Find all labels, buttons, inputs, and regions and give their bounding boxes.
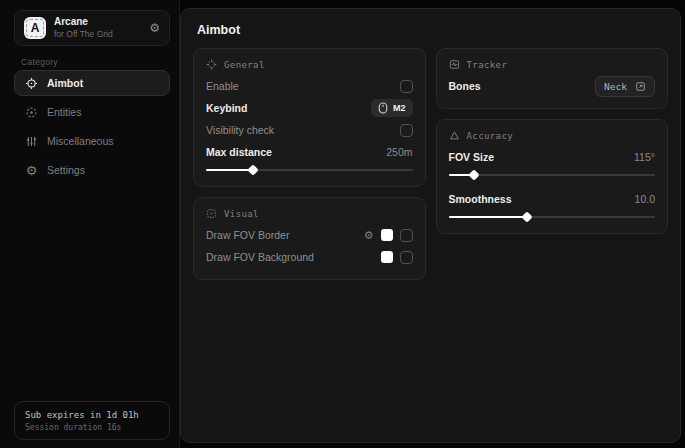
fov-background-checkbox[interactable]	[400, 251, 413, 264]
keybind-button[interactable]: M2	[371, 99, 413, 117]
fov-size-slider[interactable]	[449, 170, 656, 180]
sidebar-nav: Aimbot Entities Miscellaneous ⚙ Settings	[14, 70, 170, 183]
page-title: Aimbot	[181, 9, 680, 48]
slider-thumb[interactable]	[469, 169, 480, 180]
main-card: Aimbot General Enable Keybind	[180, 8, 681, 443]
visual-panel-header: Visual	[206, 208, 413, 219]
sidebar-item-entities[interactable]: Entities	[14, 99, 170, 125]
right-column: Tracker Bones Neck	[436, 48, 669, 280]
enable-label: Enable	[206, 80, 239, 92]
app-header-card: A Arcane for Off The Grid ⚙	[14, 10, 170, 46]
subscription-info-card: Sub expires in 1d 01h Session duration 1…	[14, 401, 170, 440]
smoothness-row: Smoothness 10.0	[449, 188, 656, 210]
slider-thumb[interactable]	[248, 164, 259, 175]
visibility-check-checkbox[interactable]	[400, 124, 413, 137]
frame-icon	[206, 208, 217, 219]
tracker-panel-header: Tracker	[449, 59, 656, 70]
fov-border-controls: ⚙	[364, 229, 413, 242]
slider-thumb[interactable]	[521, 211, 532, 222]
bones-selected-value: Neck	[604, 81, 627, 92]
crosshair-icon	[25, 77, 38, 90]
app-title-block: Arcane for Off The Grid	[54, 16, 113, 39]
visual-panel: Visual Draw FOV Border ⚙ Draw FOV Backgr…	[193, 197, 426, 280]
max-distance-row: Max distance 250m	[206, 141, 413, 163]
sliders-icon	[25, 135, 38, 148]
smoothness-label: Smoothness	[449, 193, 512, 205]
keybind-row: Keybind M2	[206, 97, 413, 119]
sidebar-item-miscellaneous[interactable]: Miscellaneous	[14, 128, 170, 154]
bones-label: Bones	[449, 80, 481, 92]
fov-background-color-swatch[interactable]	[381, 251, 393, 263]
max-distance-label: Max distance	[206, 146, 272, 158]
max-distance-value: 250m	[386, 146, 412, 158]
app-logo-letter: A	[31, 21, 40, 35]
keybind-value: M2	[393, 103, 406, 113]
fov-border-gear-icon[interactable]: ⚙	[364, 230, 374, 241]
app-logo: A	[24, 17, 46, 39]
visibility-check-row: Visibility check	[206, 119, 413, 141]
fov-border-color-swatch[interactable]	[381, 229, 393, 241]
keybind-label: Keybind	[206, 102, 247, 114]
fov-border-label: Draw FOV Border	[206, 229, 289, 241]
enable-checkbox[interactable]	[400, 80, 413, 93]
sidebar-item-label: Entities	[47, 106, 81, 118]
smoothness-value: 10.0	[635, 193, 655, 205]
sub-expiry-text: Sub expires in 1d 01h	[25, 410, 159, 420]
mouse-icon	[378, 102, 388, 114]
sidebar-item-label: Miscellaneous	[47, 135, 114, 147]
fov-background-row: Draw FOV Background	[206, 246, 413, 268]
activity-box-icon	[449, 59, 460, 70]
fov-background-controls	[381, 251, 413, 264]
slider-track	[449, 174, 656, 176]
app-name: Arcane	[54, 16, 113, 29]
tracker-panel: Tracker Bones Neck	[436, 48, 669, 109]
angle-icon	[449, 130, 460, 141]
general-panel-title: General	[224, 60, 265, 70]
fov-size-value: 115°	[634, 151, 655, 163]
fov-size-row: FOV Size 115°	[449, 146, 656, 168]
spacer	[449, 180, 656, 188]
fov-border-row: Draw FOV Border ⚙	[206, 224, 413, 246]
category-label: Category	[21, 57, 58, 67]
accuracy-panel-title: Accuracy	[467, 131, 514, 141]
tracker-panel-title: Tracker	[467, 60, 508, 70]
visual-panel-title: Visual	[224, 209, 259, 219]
panel-columns: General Enable Keybind M2	[181, 48, 680, 280]
sidebar-item-aimbot[interactable]: Aimbot	[14, 70, 170, 96]
max-distance-slider[interactable]	[206, 165, 413, 175]
general-panel: General Enable Keybind M2	[193, 48, 426, 187]
fov-size-label: FOV Size	[449, 151, 495, 163]
gear-icon: ⚙	[25, 164, 38, 177]
sidebar-item-label: Settings	[47, 164, 85, 176]
bones-select-button[interactable]: Neck	[595, 76, 655, 97]
sidebar-item-settings[interactable]: ⚙ Settings	[14, 157, 170, 183]
session-duration-text: Session duration 16s	[25, 423, 159, 432]
bones-row: Bones Neck	[449, 75, 656, 97]
sidebar-item-label: Aimbot	[47, 77, 83, 89]
app-subtitle: for Off The Grid	[54, 29, 113, 40]
header-gear-icon[interactable]: ⚙	[149, 21, 160, 35]
general-panel-header: General	[206, 59, 413, 70]
left-column: General Enable Keybind M2	[193, 48, 426, 280]
visibility-check-label: Visibility check	[206, 124, 274, 136]
smoothness-slider[interactable]	[449, 212, 656, 222]
crosshair-icon	[206, 59, 217, 70]
slider-fill	[206, 169, 253, 171]
fov-background-label: Draw FOV Background	[206, 251, 314, 263]
accuracy-panel: Accuracy FOV Size 115° Smoothness 10.0	[436, 119, 669, 234]
sidebar: A Arcane for Off The Grid ⚙ Category Aim…	[0, 0, 180, 448]
scan-icon	[25, 106, 38, 119]
enable-row: Enable	[206, 75, 413, 97]
expand-icon	[635, 81, 646, 92]
slider-fill	[449, 216, 527, 218]
accuracy-panel-header: Accuracy	[449, 130, 656, 141]
fov-border-checkbox[interactable]	[400, 229, 413, 242]
